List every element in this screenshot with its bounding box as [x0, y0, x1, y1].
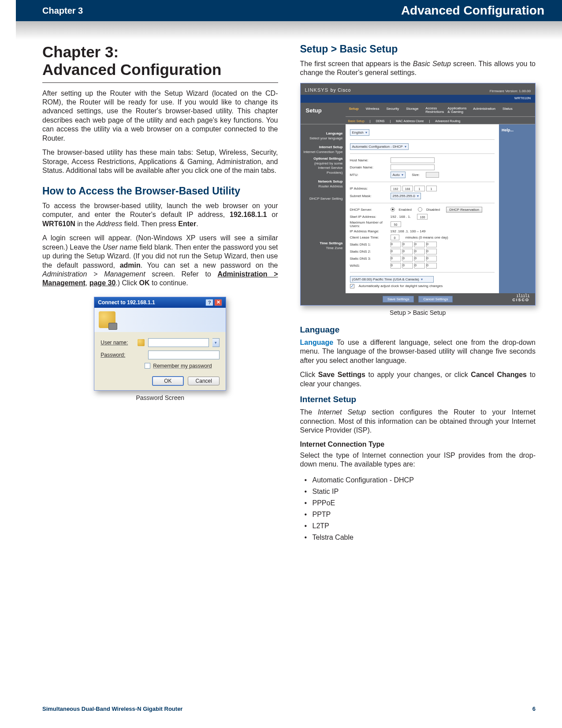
subtab-routing[interactable]: Advanced Routing — [435, 119, 460, 123]
language-p: Language To use a different language, se… — [300, 338, 536, 365]
username-input[interactable] — [148, 338, 209, 347]
router-screenshot: LINKSYS by Cisco Firmware Version: 1.00.… — [300, 83, 536, 306]
chapter-title: Chapter 3: Advanced Configuration — [42, 43, 278, 83]
help-panel: Help... — [499, 124, 535, 293]
internet-setup-p: The Internet Setup section configures th… — [300, 408, 536, 435]
section-title: Advanced Configuration — [401, 4, 544, 18]
password-input[interactable] — [148, 351, 220, 359]
dns1-input[interactable]: 0000 — [391, 242, 437, 247]
help-icon[interactable]: ? — [205, 299, 213, 306]
mtu-size-input[interactable] — [426, 172, 439, 178]
chapter-label: Chapter 3 — [42, 6, 83, 16]
dst-checkbox[interactable] — [350, 284, 354, 288]
start-ip-input[interactable]: 100 — [417, 214, 428, 220]
tab-storage[interactable]: Storage — [402, 104, 422, 116]
remember-label: Remember my password — [153, 363, 212, 369]
linksys-logo: LINKSYS — [305, 86, 331, 93]
setup-label: Setup — [301, 103, 346, 118]
subtab-mac[interactable]: MAC Address Clone — [396, 119, 424, 123]
help-link[interactable]: Help... — [502, 128, 514, 132]
setup-intro: The first screen that appears is the Bas… — [300, 60, 536, 78]
tab-wireless[interactable]: Wireless — [362, 104, 383, 116]
password-caption: Password Screen — [42, 394, 278, 401]
model-bar: WRT610N — [301, 95, 536, 103]
ict-heading: Internet Connection Type — [300, 441, 536, 448]
cisco-logo: ılıılı CISCO — [512, 294, 529, 302]
hostname-input[interactable] — [391, 157, 435, 163]
ok-button[interactable]: OK — [152, 376, 184, 386]
mtu-select[interactable]: Auto — [391, 172, 406, 178]
dns3-input[interactable]: 0000 — [391, 256, 437, 261]
ict-select[interactable]: Automatic Configuration - DHCP — [350, 143, 409, 150]
max-users-input[interactable]: 50 — [391, 221, 401, 227]
internet-setup-heading: Internet Setup — [300, 395, 536, 404]
ict-p: Select the type of Internet connection y… — [300, 451, 536, 469]
list-item: PPPoE — [313, 497, 536, 509]
mask-select[interactable]: 255.255.255.0 — [391, 193, 421, 199]
domain-input[interactable] — [391, 164, 435, 170]
main-tabs: Setup Wireless Security Storage Access R… — [346, 104, 536, 117]
firmware-label: Firmware Version: 1.00.00 — [490, 89, 531, 93]
list-item: Static IP — [313, 486, 536, 497]
list-item: Telstra Cable — [313, 532, 536, 543]
ict-list: Automatic Configuration - DHCP Static IP… — [300, 474, 536, 543]
list-item: Automatic Configuration - DHCP — [313, 474, 536, 486]
cancel-button[interactable]: Cancel — [188, 377, 220, 385]
page-header: Chapter 3 Advanced Configuration — [16, 0, 562, 21]
close-icon[interactable]: ✕ — [214, 299, 222, 306]
dhcp-enabled-radio[interactable] — [391, 207, 395, 212]
setup-caption: Setup > Basic Setup — [300, 309, 536, 316]
sub-tabs: Basic Setup | DDNS | MAC Address Clone |… — [301, 118, 536, 124]
subtab-ddns[interactable]: DDNS — [376, 119, 385, 123]
intro-p2: The browser-based utility has these main… — [42, 148, 278, 175]
intro-p1: After setting up the Router with the Set… — [42, 89, 278, 143]
password-dialog: Connect to 192.168.1.1 ? ✕ User name: — [94, 297, 226, 391]
list-item: PPTP — [313, 509, 536, 520]
wins-input[interactable]: 0000 — [391, 263, 437, 269]
tab-apps[interactable]: Applications & Gaming — [444, 104, 469, 116]
setup-heading: Setup > Basic Setup — [300, 43, 536, 55]
timezone-select[interactable]: (GMT-08:00) Pacific Time (USA & Canada) — [350, 276, 434, 283]
save-settings-button[interactable]: Save Settings — [383, 296, 414, 302]
page-footer: Simultaneous Dual-Band Wireless-N Gigabi… — [42, 706, 536, 712]
save-p: Click Save Settings to apply your change… — [300, 370, 536, 388]
keys-icon — [99, 311, 115, 328]
cancel-settings-button[interactable]: Cancel Settings — [418, 296, 453, 302]
tab-setup[interactable]: Setup — [346, 104, 362, 116]
tab-security[interactable]: Security — [383, 104, 402, 116]
dialog-titlebar: Connect to 192.168.1.1 ? ✕ — [94, 297, 226, 308]
side-labels: Language Select your language Internet S… — [301, 124, 346, 293]
tab-access[interactable]: Access Restrictions — [422, 104, 444, 116]
lease-input[interactable]: 0 — [391, 235, 399, 240]
form-area: English Automatic Configuration - DHCP H… — [346, 124, 499, 293]
right-column: Setup > Basic Setup The first screen tha… — [300, 43, 536, 543]
page-number: 6 — [532, 706, 536, 712]
user-icon — [138, 339, 145, 346]
language-select[interactable]: English — [350, 129, 369, 136]
access-p1: To access the browser-based utility, lau… — [42, 202, 278, 228]
username-label: User name: — [100, 340, 134, 346]
left-column: Chapter 3: Advanced Configuration After … — [42, 43, 278, 543]
dialog-banner — [94, 308, 226, 332]
username-dropdown-icon[interactable]: ▾ — [212, 338, 220, 347]
tab-status[interactable]: Status — [499, 104, 516, 116]
access-p2: A login screen will appear. (Non-Windows… — [42, 234, 278, 288]
subtab-basic[interactable]: Basic Setup — [348, 119, 365, 123]
remember-checkbox[interactable] — [145, 363, 150, 369]
how-to-access-heading: How to Access the Browser-Based Utility — [42, 185, 278, 197]
list-item: L2TP — [313, 520, 536, 532]
dhcp-reservation-button[interactable]: DHCP Reservation — [446, 207, 482, 213]
dialog-title: Connect to 192.168.1.1 — [98, 299, 155, 306]
ip-input[interactable]: 192 168 1 1 — [391, 186, 437, 191]
language-heading: Language — [300, 325, 536, 335]
dns2-input[interactable]: 0000 — [391, 249, 437, 254]
password-label: Password: — [100, 352, 134, 358]
tab-admin[interactable]: Administration — [469, 104, 499, 116]
product-name: Simultaneous Dual-Band Wireless-N Gigabi… — [42, 706, 182, 712]
dhcp-disabled-radio[interactable] — [418, 207, 422, 212]
